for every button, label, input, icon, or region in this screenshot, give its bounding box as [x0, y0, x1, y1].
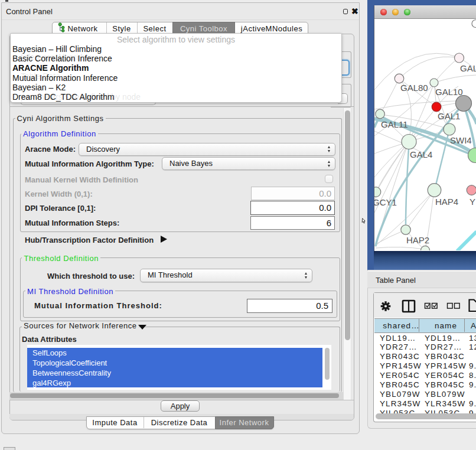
svg-text:HAP2: HAP2 [406, 235, 429, 245]
svg-text:GAL2: GAL2 [460, 63, 476, 73]
svg-text:Y: Y [470, 197, 475, 207]
svg-text:HAP4: HAP4 [435, 197, 458, 207]
svg-text:GAL10: GAL10 [435, 87, 463, 97]
svg-text:GAL80: GAL80 [400, 83, 428, 93]
svg-text:GAL4: GAL4 [410, 149, 432, 159]
svg-text:GAL1: GAL1 [438, 111, 460, 121]
svg-text:GCY1: GCY1 [374, 197, 397, 207]
svg-text:SWI4: SWI4 [450, 135, 472, 145]
svg-text:GAL11: GAL11 [381, 119, 408, 129]
